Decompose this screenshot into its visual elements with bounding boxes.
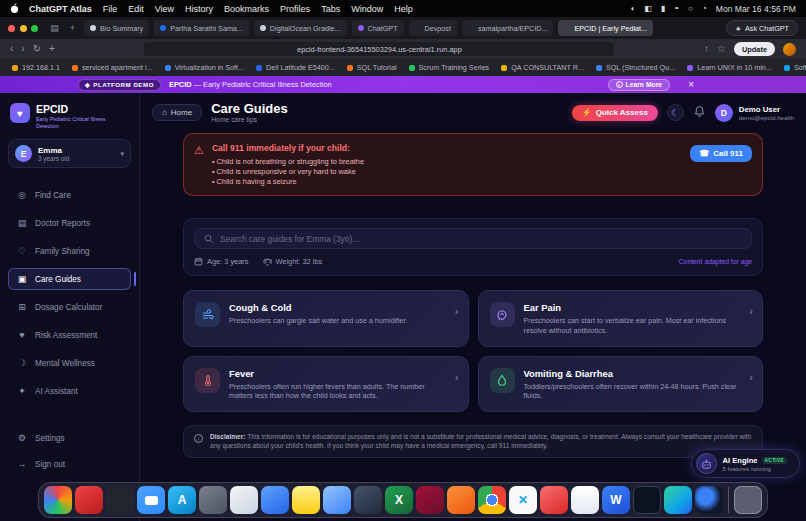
menu-item-help[interactable]: Help — [394, 4, 413, 14]
tab-chatgpt[interactable]: ChatGPT — [352, 20, 404, 36]
tab-digitalocean[interactable]: DigitalOcean Gradie... — [254, 20, 347, 36]
menu-item-edit[interactable]: Edit — [128, 4, 144, 14]
dock-icon-docs[interactable] — [261, 486, 289, 514]
battery-icon[interactable]: ▮ — [661, 4, 665, 13]
dock-icon-adobe[interactable] — [540, 486, 568, 514]
sidebar-toggle-icon[interactable]: ▤ — [48, 23, 61, 33]
card-fever[interactable]: Fever Preschoolers often run higher feve… — [183, 356, 469, 412]
menu-item-profiles[interactable]: Profiles — [280, 4, 310, 14]
bookmark-item[interactable]: serviced apartment i... — [72, 63, 153, 72]
menu-item-window[interactable]: Window — [351, 4, 383, 14]
bookmark-star-icon[interactable]: ☆ — [717, 44, 726, 54]
dosage-calculator-icon: ⊞ — [17, 302, 27, 312]
dock-icon-notion[interactable] — [106, 486, 134, 514]
sidebar-item-mental-wellness[interactable]: ☽Mental Wellness — [8, 352, 131, 374]
dock-icon-launchpad[interactable] — [230, 486, 258, 514]
ai-engine-widget[interactable]: AI Engine ACTIVE 5 features running — [691, 449, 800, 478]
dock-icon-files[interactable] — [354, 486, 382, 514]
control-center-icon[interactable]: ◔ — [702, 4, 707, 13]
theme-toggle-button[interactable]: ☾ — [667, 104, 684, 121]
bookmark-item[interactable]: Dell Latitude E5400... — [256, 63, 335, 72]
dock-icon-vscode[interactable]: ✕ — [509, 486, 537, 514]
screen-record-icon[interactable]: ◐ — [630, 4, 635, 13]
zoom-window-button[interactable] — [31, 25, 38, 32]
call-911-button[interactable]: ☎ Call 911 — [690, 145, 752, 162]
home-button[interactable]: ⌂ Home — [152, 104, 202, 121]
reload-icon[interactable]: ↻ — [33, 44, 41, 54]
dock-icon-powerpoint[interactable] — [447, 486, 475, 514]
dock-icon-acrobat[interactable] — [75, 486, 103, 514]
notifications-button[interactable] — [693, 104, 706, 122]
menu-item-history[interactable]: History — [185, 4, 213, 14]
dock-icon-zoom[interactable] — [137, 486, 165, 514]
browser-profile-avatar[interactable] — [783, 43, 796, 56]
sidebar-item-care-guides[interactable]: ▣Care Guides — [8, 268, 131, 290]
wifi-icon[interactable]: ◓ — [674, 4, 679, 13]
sidebar-item-family-sharing[interactable]: ♡Family Sharing — [8, 240, 131, 262]
search-box[interactable] — [194, 228, 752, 249]
search-icon[interactable]: ○ — [688, 4, 693, 13]
learn-more-button[interactable]: Learn More — [608, 79, 671, 91]
user-menu[interactable]: D Demo User demo@epcid.health — [715, 104, 794, 122]
sidebar-item-risk-assessment[interactable]: ♥Risk Assessment — [8, 324, 131, 346]
bookmark-item[interactable]: Scrum Training Series — [409, 63, 490, 72]
tab-github-epcid[interactable]: samalpartha/EPCID... — [462, 20, 554, 36]
sidebar-item-settings[interactable]: ⚙Settings — [8, 427, 131, 449]
dock-icon-word[interactable]: W — [602, 486, 630, 514]
dock-icon-notes[interactable] — [571, 486, 599, 514]
sidebar-item-ai-assistant[interactable]: ✦AI Assistant — [8, 380, 131, 402]
bookmark-item[interactable]: Virtualization in Soft... — [165, 63, 244, 72]
forward-icon[interactable]: › — [21, 44, 24, 54]
card-cough-cold[interactable]: Cough & Cold Preschoolers can gargle sal… — [183, 290, 469, 346]
card-ear-pain[interactable]: Ear Pain Preschoolers can start to verba… — [478, 290, 764, 346]
sidebar-item-dosage-calculator[interactable]: ⊞Dosage Calculator — [8, 296, 131, 318]
tab-bio-summary[interactable]: Bio Summary — [84, 20, 149, 36]
sidebar-item-sign-out[interactable]: →Sign out — [8, 453, 131, 475]
menubar-clock[interactable]: Mon Mar 16 4:56 PM — [716, 4, 796, 14]
dock-icon-stickies[interactable] — [292, 486, 320, 514]
dock-icon-photos[interactable] — [44, 486, 72, 514]
card-vomiting-diarrhea[interactable]: Vomiting & Diarrhea Toddlers/preschooler… — [478, 356, 764, 412]
dock-icon-photoshop[interactable] — [695, 486, 723, 514]
dock-icon-trash[interactable] — [734, 486, 762, 514]
bookmark-item[interactable]: 192.168.1.1 — [12, 63, 60, 72]
back-icon[interactable]: ‹ — [10, 44, 13, 54]
share-icon[interactable]: ↑ — [704, 44, 709, 54]
new-tab-icon[interactable]: + — [66, 23, 79, 33]
menu-app-name[interactable]: ChatGPT Atlas — [29, 4, 92, 14]
search-input[interactable] — [220, 234, 742, 244]
menu-item-tabs[interactable]: Tabs — [321, 4, 340, 14]
tab-epcid-active[interactable]: EPCID | Early Pediat... — [558, 20, 653, 36]
dock-icon-excel[interactable]: X — [385, 486, 413, 514]
address-bar[interactable]: epcid-frontend-365415503294.us-central1.… — [144, 42, 614, 56]
display-icon[interactable]: ◧ — [644, 4, 652, 13]
sidebar-item-find-care[interactable]: ◎Find Care — [8, 184, 131, 206]
bookmark-item[interactable]: Learn UNIX in 10 min... — [687, 63, 772, 72]
bookmark-item[interactable]: Software Testing Co... — [784, 63, 806, 72]
close-window-button[interactable] — [8, 25, 15, 32]
ask-chatgpt-button[interactable]: ∗ Ask ChatGPT — [726, 20, 798, 36]
update-button[interactable]: Update — [734, 42, 775, 56]
apple-menu-icon[interactable] — [10, 3, 19, 14]
add-icon[interactable]: + — [49, 44, 55, 54]
menu-item-bookmarks[interactable]: Bookmarks — [224, 4, 269, 14]
tab-devpost[interactable]: Devpost — [409, 20, 457, 36]
dock-icon-edge[interactable] — [664, 486, 692, 514]
dock-icon-chrome[interactable] — [478, 486, 506, 514]
banner-close-icon[interactable]: × — [688, 79, 694, 90]
dock-icon-app-store[interactable]: A — [168, 486, 196, 514]
dock-icon-system-settings[interactable] — [199, 486, 227, 514]
sidebar-item-doctor-reports[interactable]: ▤Doctor Reports — [8, 212, 131, 234]
quick-assess-button[interactable]: ⚡ Quick Assess — [572, 105, 658, 121]
dock-icon-terminal[interactable] — [633, 486, 661, 514]
menu-item-file[interactable]: File — [103, 4, 118, 14]
dock-icon-keynote[interactable] — [416, 486, 444, 514]
minimize-window-button[interactable] — [20, 25, 27, 32]
bookmark-item[interactable]: SQL Tutorial — [347, 63, 397, 72]
child-profile-selector[interactable]: E Emma 3 years old ▾ — [8, 139, 131, 168]
menu-item-view[interactable]: View — [155, 4, 174, 14]
bookmark-item[interactable]: QA CONSULTANT R... — [501, 63, 584, 72]
bookmark-item[interactable]: SQL (Structured Qu... — [596, 63, 675, 72]
tab-partha-sarathi[interactable]: Partha Sarathi Sama... — [154, 20, 249, 36]
dock-icon-mail[interactable] — [323, 486, 351, 514]
